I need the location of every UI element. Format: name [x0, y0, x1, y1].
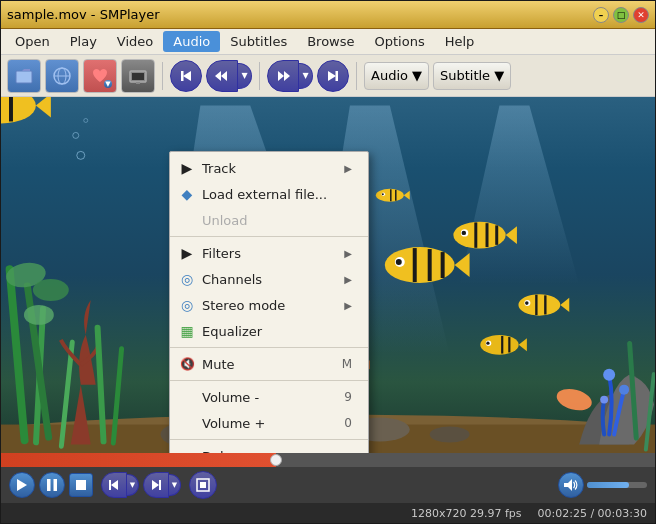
- svg-rect-6: [132, 73, 144, 80]
- menu-item-mute[interactable]: 🔇 Mute M: [170, 351, 368, 377]
- menu-help[interactable]: Help: [435, 31, 485, 52]
- menu-play[interactable]: Play: [60, 31, 107, 52]
- open-icon: [14, 66, 34, 86]
- toolbar-fav-btn[interactable]: ▼: [83, 59, 117, 93]
- menu-item-load-external[interactable]: ◆ Load external file...: [170, 181, 368, 207]
- next-nav-btn[interactable]: [143, 472, 169, 498]
- menu-item-filters[interactable]: ▶ Filters ▶: [170, 240, 368, 266]
- menu-item-stereo-mode[interactable]: ◎ Stereo mode ▶: [170, 292, 368, 318]
- svg-marker-10: [221, 71, 227, 81]
- fullscreen-icon: [196, 478, 210, 492]
- menu-video[interactable]: Video: [107, 31, 163, 52]
- svg-marker-94: [564, 479, 572, 491]
- toolbar-forward-btn[interactable]: [267, 60, 299, 92]
- audio-track-dropdown[interactable]: Audio ▼: [364, 62, 429, 90]
- next-icon: [326, 69, 340, 83]
- menu-item-delay-dec[interactable]: Delay - -: [170, 443, 368, 453]
- menu-item-volume-dec[interactable]: Volume - 9: [170, 384, 368, 410]
- menu-section-delay: Delay - - Delay + +: [170, 440, 368, 453]
- titlebar-title: sample.mov - SMPlayer: [7, 7, 160, 22]
- audio-dropdown-label: Audio: [371, 68, 408, 83]
- next-nav-icon: [150, 479, 162, 491]
- prev-icon: [179, 69, 193, 83]
- close-button[interactable]: ✕: [633, 7, 649, 23]
- toolbar: ▼ ▼: [1, 55, 655, 97]
- volume-bar[interactable]: [587, 482, 647, 488]
- progress-fill: [1, 453, 276, 467]
- load-external-label: Load external file...: [202, 187, 352, 202]
- volume-inc-shortcut: 0: [344, 416, 352, 430]
- volume-dec-icon: [178, 388, 196, 406]
- rewind-dropdown-btn[interactable]: ▼: [238, 63, 252, 89]
- titlebar: sample.mov - SMPlayer – □ ✕: [1, 1, 655, 29]
- status-bar: 1280x720 29.97 fps 00:02:25 / 00:03:30: [1, 503, 655, 523]
- svg-rect-0: [16, 71, 32, 83]
- prev-nav-btn[interactable]: [101, 472, 127, 498]
- menu-item-unload: Unload: [170, 207, 368, 233]
- toolbar-sep-2: [259, 62, 260, 90]
- menu-item-channels[interactable]: ◎ Channels ▶: [170, 266, 368, 292]
- subtitle-dropdown-label: Subtitle: [440, 68, 490, 83]
- forward-dropdown-btn[interactable]: ▼: [299, 63, 313, 89]
- menu-section-mute: 🔇 Mute M: [170, 348, 368, 381]
- volume-button[interactable]: [558, 472, 584, 498]
- titlebar-buttons: – □ ✕: [593, 7, 649, 23]
- svg-marker-84: [17, 479, 27, 491]
- menu-options[interactable]: Options: [365, 31, 435, 52]
- svg-marker-11: [215, 71, 221, 81]
- controls-bottom: ▼ ▼: [1, 467, 655, 503]
- menu-subtitles[interactable]: Subtitles: [220, 31, 297, 52]
- menu-browse[interactable]: Browse: [297, 31, 364, 52]
- play-button[interactable]: [9, 472, 35, 498]
- volume-fill: [587, 482, 629, 488]
- fps-value: 29.97 fps: [470, 507, 522, 520]
- svg-rect-87: [76, 480, 86, 490]
- track-label: Track: [202, 161, 338, 176]
- menu-section-volume: Volume - 9 Volume + 0: [170, 381, 368, 440]
- fullscreen-button[interactable]: [189, 471, 217, 499]
- subtitle-track-dropdown[interactable]: Subtitle ▼: [433, 62, 511, 90]
- resolution-value: 1280x720: [411, 507, 467, 520]
- toolbar-rewind-btn[interactable]: [206, 60, 238, 92]
- prev-nav-group: ▼: [101, 472, 139, 498]
- menu-open[interactable]: Open: [5, 31, 60, 52]
- toolbar-next-btn[interactable]: [317, 60, 349, 92]
- svg-marker-13: [284, 71, 290, 81]
- filters-label: Filters: [202, 246, 338, 261]
- unload-icon: [178, 211, 196, 229]
- progress-bar[interactable]: [1, 453, 655, 467]
- svg-marker-14: [328, 71, 336, 81]
- svg-rect-15: [336, 71, 339, 81]
- toolbar-open-btn[interactable]: [7, 59, 41, 93]
- menu-item-track[interactable]: ▶ Track ▶: [170, 155, 368, 181]
- menu-item-volume-inc[interactable]: Volume + 0: [170, 410, 368, 436]
- dropdown-arrow-icon: ▼: [104, 80, 112, 88]
- svg-rect-93: [200, 482, 206, 488]
- minimize-button[interactable]: –: [593, 7, 609, 23]
- channels-icon: ◎: [178, 270, 196, 288]
- svg-marker-12: [278, 71, 284, 81]
- menu-item-equalizer[interactable]: ▦ Equalizer: [170, 318, 368, 344]
- svg-marker-90: [152, 480, 159, 490]
- svg-rect-86: [54, 479, 58, 491]
- toolbar-tv-btn[interactable]: [121, 59, 155, 93]
- pause-button[interactable]: [39, 472, 65, 498]
- prev-nav-dropdown-btn[interactable]: ▼: [127, 474, 139, 496]
- toolbar-web-btn[interactable]: [45, 59, 79, 93]
- stop-button[interactable]: [69, 473, 93, 497]
- maximize-button[interactable]: □: [613, 7, 629, 23]
- dropdown-overlay[interactable]: ▶ Track ▶ ◆ Load external file... Unload: [1, 97, 655, 453]
- unload-label: Unload: [202, 213, 352, 228]
- stereo-mode-label: Stereo mode: [202, 298, 338, 313]
- progress-knob[interactable]: [270, 454, 282, 466]
- stereo-submenu-arrow: ▶: [344, 300, 352, 311]
- volume-dec-shortcut: 9: [344, 390, 352, 404]
- mute-label: Mute: [202, 357, 320, 372]
- window: sample.mov - SMPlayer – □ ✕ Open Play Vi…: [0, 0, 656, 524]
- rewind-icon: [215, 69, 229, 83]
- total-time-value: 00:03:30: [598, 507, 647, 520]
- menu-audio[interactable]: Audio: [163, 31, 220, 52]
- next-nav-dropdown-btn[interactable]: ▼: [169, 474, 181, 496]
- toolbar-prev-btn[interactable]: [170, 60, 202, 92]
- stop-icon: [76, 480, 86, 490]
